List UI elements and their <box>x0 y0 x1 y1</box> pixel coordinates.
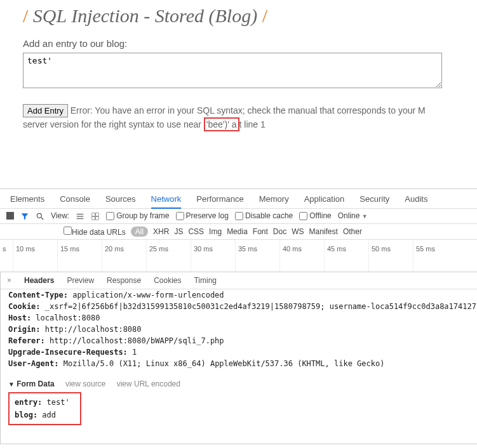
header-referer: Referer: http://localhost:8080/bWAPP/sql… <box>8 335 477 346</box>
filter-img[interactable]: Img <box>209 227 222 236</box>
svg-rect-5 <box>92 213 95 216</box>
devtools-panel: Elements Console Sources Network Perform… <box>0 188 477 448</box>
view-list-icon[interactable] <box>76 211 84 221</box>
tab-sources[interactable]: Sources <box>105 194 136 204</box>
devtools-tabs: Elements Console Sources Network Perform… <box>0 189 477 209</box>
add-entry-button[interactable]: Add Entry <box>23 104 68 117</box>
view-url-encoded-link[interactable]: view URL encoded <box>117 379 180 388</box>
header-content-type: Content-Type: application/x-www-form-url… <box>8 289 477 301</box>
form-data-section-header[interactable]: ▼ Form Data view source view URL encoded <box>8 377 477 391</box>
timeline-tick: 50 ms <box>368 240 413 272</box>
error-highlight-box: 'bee')' a <box>204 117 239 131</box>
search-icon[interactable] <box>36 211 44 221</box>
tab-memory[interactable]: Memory <box>259 194 289 204</box>
timeline-tick: 10 ms <box>13 240 57 272</box>
tab-performance[interactable]: Performance <box>196 194 243 204</box>
close-icon[interactable]: × <box>7 276 11 285</box>
network-timeline[interactable]: s 10 ms 15 ms 20 ms 25 ms 30 ms 35 ms 40… <box>0 240 477 272</box>
header-origin: Origin: http://localhost:8080 <box>8 324 477 335</box>
tab-audits[interactable]: Audits <box>405 194 427 204</box>
form-entry: entry: test' <box>15 396 75 409</box>
blog-prompt: Add an entry to our blog: <box>23 38 454 49</box>
entry-textarea[interactable] <box>23 53 442 88</box>
timeline-tick: 20 ms <box>102 240 146 272</box>
tab-console[interactable]: Console <box>60 194 90 204</box>
tab-response[interactable]: Response <box>107 276 141 285</box>
timeline-tick: s <box>0 240 13 272</box>
record-icon[interactable] <box>6 212 14 220</box>
sql-error-text: Error: You have an error in your SQL syn… <box>71 105 426 115</box>
tab-network[interactable]: Network <box>151 194 182 209</box>
hide-data-urls-checkbox[interactable]: Hide data URLs <box>64 227 126 237</box>
timeline-tick: 55 ms <box>413 240 457 272</box>
status-bar: | 1.3 KB transferred … <box>0 444 477 448</box>
view-source-link[interactable]: view source <box>65 379 105 388</box>
svg-rect-3 <box>77 216 84 216</box>
svg-point-0 <box>37 213 41 218</box>
triangle-down-icon: ▼ <box>8 381 15 388</box>
form-data-highlight-box: entry: test' blog: add <box>8 392 81 425</box>
filter-icon[interactable] <box>20 211 29 221</box>
preserve-log-checkbox[interactable]: Preserve log <box>176 211 229 220</box>
timeline-tick: 40 ms <box>279 240 324 272</box>
timeline-tick: 45 ms <box>324 240 368 272</box>
detail-tabs: × Headers Preview Response Cookies Timin… <box>1 272 477 289</box>
filter-xhr[interactable]: XHR <box>153 227 169 236</box>
tab-elements[interactable]: Elements <box>10 194 44 204</box>
filter-manifest[interactable]: Manifest <box>309 227 338 236</box>
tab-application[interactable]: Application <box>304 194 345 204</box>
tab-cookies[interactable]: Cookies <box>154 276 181 285</box>
timeline-tick: 25 ms <box>146 240 191 272</box>
header-host: Host: localhost:8080 <box>8 312 477 324</box>
filter-js[interactable]: JS <box>174 227 183 236</box>
network-toolbar: View: Group by frame Preserve log Disabl… <box>0 209 477 224</box>
header-user-agent: User-Agent: Mozilla/5.0 (X11; Linux x86_… <box>8 358 477 369</box>
svg-line-1 <box>41 218 44 220</box>
filter-doc[interactable]: Doc <box>273 227 286 236</box>
chevron-down-icon: ▼ <box>362 213 368 220</box>
slash-icon: / <box>23 5 28 26</box>
timeline-tick: 15 ms <box>57 240 102 272</box>
svg-rect-4 <box>77 218 84 219</box>
timeline-tick: 30 ms <box>191 240 235 272</box>
slash-icon: / <box>262 5 267 26</box>
page-title: / SQL Injection - Stored (Blog) / <box>23 5 454 27</box>
svg-rect-8 <box>96 216 99 220</box>
filter-css[interactable]: CSS <box>188 227 204 236</box>
tab-security[interactable]: Security <box>359 194 389 204</box>
tab-timing[interactable]: Timing <box>194 276 217 285</box>
offline-checkbox[interactable]: Offline <box>299 211 331 220</box>
view-label: View: <box>51 211 69 220</box>
request-details: × Headers Preview Response Cookies Timin… <box>1 272 477 444</box>
network-filter-row: Hide data URLs All XHR JS CSS Img Media … <box>0 224 477 240</box>
svg-rect-7 <box>92 216 95 220</box>
tab-headers[interactable]: Headers <box>24 276 54 285</box>
timeline-tick: 35 ms <box>235 240 279 272</box>
online-select[interactable]: Online ▼ <box>338 211 368 220</box>
filter-font[interactable]: Font <box>253 227 268 236</box>
view-grid-icon[interactable] <box>91 211 100 221</box>
header-cookie: Cookie: _xsrf=2|6f256b6f|b32d31599135810… <box>8 301 477 312</box>
disable-cache-checkbox[interactable]: Disable cache <box>235 211 293 220</box>
svg-rect-2 <box>77 214 84 214</box>
svg-rect-6 <box>96 213 99 216</box>
filter-ws[interactable]: WS <box>292 227 304 236</box>
form-blog: blog: add <box>15 409 75 421</box>
tab-preview[interactable]: Preview <box>67 276 94 285</box>
filter-all[interactable]: All <box>131 227 148 237</box>
filter-other[interactable]: Other <box>343 227 362 236</box>
filter-media[interactable]: Media <box>227 227 248 236</box>
header-uir: Upgrade-Insecure-Requests: 1 <box>8 346 477 358</box>
group-by-frame-checkbox[interactable]: Group by frame <box>106 211 169 220</box>
sql-error-text-2: server version for the right syntax to u… <box>23 119 265 129</box>
